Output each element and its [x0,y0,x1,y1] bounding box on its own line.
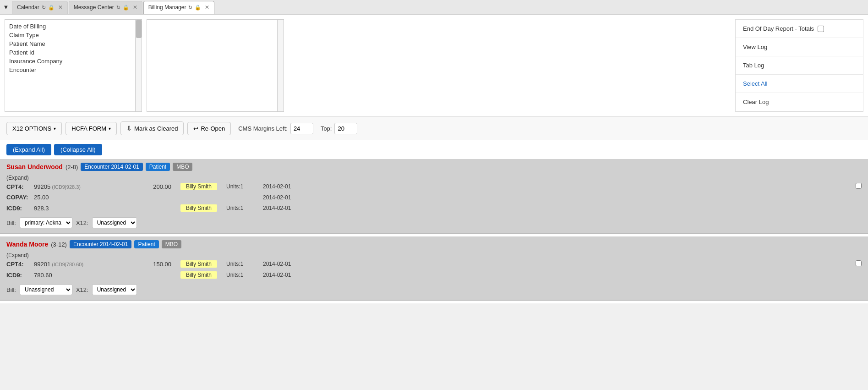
cpt-provider-susan-underwood-0: Billy Smith [180,183,217,190]
filter-list-item[interactable]: Claim Type [7,31,139,39]
cpt-rows-susan-underwood: CPT4:99205 (ICD9|928.3)200.00Billy Smith… [6,181,862,214]
cpt-label-susan-underwood-1: COPAY: [6,194,34,201]
cpt-amount-susan-underwood-0: 200.00 [135,183,171,190]
cms-top-input[interactable] [334,123,357,134]
right-panel-item-select-all[interactable]: Select All [736,75,863,93]
filter-list-item[interactable]: Encounter [7,66,139,74]
cpt-row-susan-underwood-1: COPAY:25.002014-02-01 [6,192,862,203]
tab-message-center-lock-icon[interactable]: 🔒 [123,5,129,11]
filter-list: Date of BillingClaim TypePatient NamePat… [7,22,139,74]
filter-list-item[interactable]: Patient Name [7,39,139,48]
x12-options-button[interactable]: X12 OPTIONS [6,122,62,135]
mark-as-cleared-label: Mark as Cleared [134,125,178,132]
filter-list-item[interactable]: Insurance Company [7,57,139,66]
bill-row-wanda-moore: Bill:Unassignedprimary: AeknaX12:Unassig… [6,284,862,295]
tab-billing-manager-lock-icon[interactable]: 🔒 [195,5,201,11]
right-panel-item-clear-log[interactable]: Clear Log [736,93,863,111]
cms-margins-left-input[interactable] [290,123,313,134]
bill-primary-select-susan-underwood[interactable]: primary: AeknaUnassigned [20,217,72,228]
patient-section-wanda-moore: Wanda Moore(3-12)Encounter 2014-02-01Pat… [0,236,868,301]
tab-message-center[interactable]: Message Center ↻ 🔒 ✕ [69,1,142,14]
x12-label-wanda-moore: X12: [76,286,88,293]
x12-select-susan-underwood[interactable]: UnassignedOption 1 [92,217,137,228]
patient-records: Susan Underwood(2-8)Encounter 2014-02-01… [0,159,868,303]
cpt-label-wanda-moore-0: CPT4: [6,261,34,268]
patient-name-susan-underwood[interactable]: Susan Underwood [6,163,63,170]
mark-as-cleared-button[interactable]: ⇩ Mark as Cleared [120,121,184,135]
badge-mbo-susan-underwood[interactable]: MBO [173,163,192,171]
cpt-code-susan-underwood-2: 928.3 [34,205,135,212]
encounter-badge-susan-underwood[interactable]: Encounter 2014-02-01 [81,163,142,171]
right-panel-item-label-view-log: View Log [743,44,767,50]
cpt-checkbox-input-susan-underwood-0[interactable] [856,183,862,189]
patient-range-wanda-moore: (3-12) [51,241,67,248]
tab-billing-manager-refresh-icon[interactable]: ↻ [188,5,192,11]
expand-link-susan-underwood[interactable]: (Expand) [6,175,29,181]
tab-calendar[interactable]: Calendar ↻ 🔒 ✕ [12,1,68,14]
filter-list-item[interactable]: Date of Billing [7,22,139,31]
cpt-provider-wanda-moore-0: Billy Smith [180,260,217,268]
badge-mbo-wanda-moore[interactable]: MBO [162,240,181,248]
right-panel-item-view-log[interactable]: View Log [736,38,863,56]
re-open-button[interactable]: ↩ Re-Open [187,122,231,135]
filter-scrollbar[interactable] [135,20,142,111]
right-panel-item-label-select-all: Select All [743,80,767,87]
tab-message-center-refresh-icon[interactable]: ↻ [116,5,120,11]
tab-calendar-refresh-icon[interactable]: ↻ [42,5,46,11]
cpt-row-wanda-moore-1: ICD9:780.60Billy SmithUnits:12014-02-01 [6,269,862,280]
badge-patient-wanda-moore[interactable]: Patient [134,240,158,248]
patient-separator-wanda-moore [0,301,868,303]
cpt-code-susan-underwood-1: 25.00 [34,194,135,201]
collapse-all-label: (Collapse All) [60,146,96,153]
tab-message-center-label: Message Center [74,4,114,11]
bill-row-susan-underwood: Bill:primary: AeknaUnassignedX12:Unassig… [6,217,862,228]
cpt-label-susan-underwood-2: ICD9: [6,205,34,212]
cpt-label-wanda-moore-1: ICD9: [6,272,34,279]
filter-list-item[interactable]: Patient Id [7,48,139,57]
expand-all-button[interactable]: (Expand All) [6,144,51,155]
filter-scroll-thumb[interactable] [136,20,142,38]
tab-billing-manager-close-icon[interactable]: ✕ [205,4,209,11]
collapse-all-button[interactable]: (Collapse All) [54,144,102,155]
expand-collapse-bar: (Expand All) (Collapse All) [0,140,868,159]
patient-name-wanda-moore[interactable]: Wanda Moore [6,241,48,248]
expand-link-wanda-moore[interactable]: (Expand) [6,252,29,258]
badge-patient-susan-underwood[interactable]: Patient [146,163,170,171]
cpt-amount-wanda-moore-0: 150.00 [135,261,171,268]
tab-calendar-close-icon[interactable]: ✕ [58,4,63,11]
cpt-row-wanda-moore-0: CPT4:99201 (ICD9|780.60)150.00Billy Smit… [6,258,862,269]
cpt-checkbox-input-wanda-moore-0[interactable] [856,260,862,266]
bill-label-wanda-moore: Bill: [6,286,16,293]
right-panel-item-end-of-day[interactable]: End Of Day Report - Totals [736,20,863,38]
tab-calendar-lock-icon[interactable]: 🔒 [48,5,55,11]
right-panel-item-tab-log[interactable]: Tab Log [736,56,863,75]
cpt-units-wanda-moore-0: Units:1 [226,261,263,267]
x12-select-wanda-moore[interactable]: UnassignedOption 1 [92,284,137,295]
top-panel: Date of BillingClaim TypePatient NamePat… [0,15,868,117]
right-panel-item-label-end-of-day: End Of Day Report - Totals [743,25,814,32]
main-content: Date of BillingClaim TypePatient NamePat… [0,15,868,390]
tab-billing-manager[interactable]: Billing Manager ↻ 🔒 ✕ [143,1,215,14]
cpt-units-wanda-moore-1: Units:1 [226,272,263,278]
cpt-checkbox-susan-underwood-0 [856,183,862,190]
hcfa-form-button[interactable]: HCFA FORM [66,122,117,135]
bill-label-susan-underwood: Bill: [6,220,16,226]
bill-primary-select-wanda-moore[interactable]: Unassignedprimary: Aekna [20,284,72,295]
cpt-label-susan-underwood-0: CPT4: [6,183,34,190]
patient-header-susan-underwood: Susan Underwood(2-8)Encounter 2014-02-01… [6,163,862,171]
cms-margins-left-label: CMS Margins Left: [238,125,288,132]
encounter-badge-wanda-moore[interactable]: Encounter 2014-02-01 [70,240,131,248]
cpt-date-susan-underwood-2: 2014-02-01 [263,205,309,211]
cpt-checkbox-wanda-moore-0 [856,260,862,268]
tab-bar-arrow-icon[interactable]: ▼ [2,3,10,11]
cpt-units-susan-underwood-2: Units:1 [226,205,263,211]
cpt-provider-wanda-moore-1: Billy Smith [180,271,217,279]
tab-message-center-close-icon[interactable]: ✕ [133,4,137,11]
cpt-code-wanda-moore-0: 99201 (ICD9|780.60) [34,261,135,268]
cpt-row-susan-underwood-2: ICD9:928.3Billy SmithUnits:12014-02-01 [6,203,862,214]
tab-billing-manager-label: Billing Manager [148,4,186,11]
patient-range-susan-underwood: (2-8) [66,164,78,170]
cpt-date-susan-underwood-1: 2014-02-01 [263,194,309,201]
right-panel-checkbox-end-of-day[interactable] [818,26,824,32]
middle-scrollbar[interactable] [277,20,284,111]
